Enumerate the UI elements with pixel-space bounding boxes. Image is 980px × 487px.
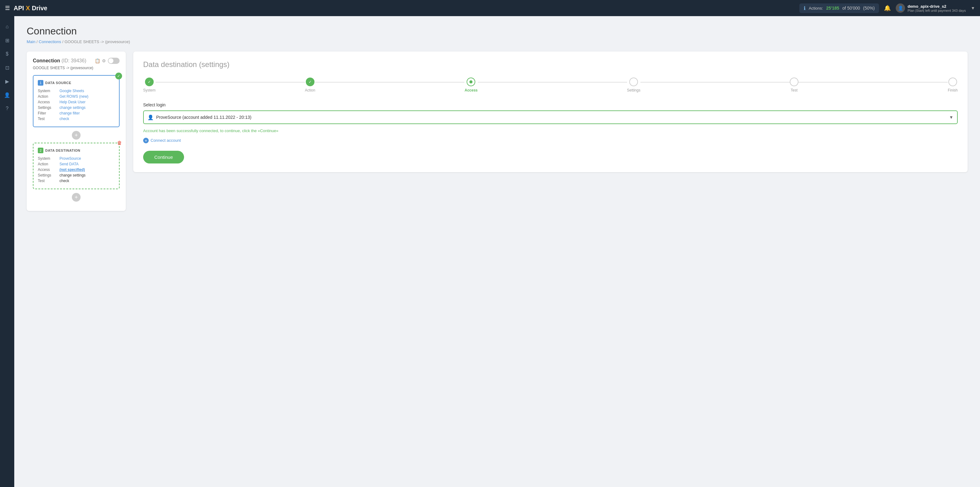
connection-title: Connection (ID: 39436): [33, 58, 86, 64]
row-value-test[interactable]: check: [59, 179, 69, 183]
connection-id: (ID: 39436): [61, 58, 86, 63]
row-key: Action: [38, 94, 59, 99]
list-item: Action Get ROWS (new): [38, 94, 115, 99]
list-item: Settings change settings: [38, 105, 115, 110]
user-info: demo_apix-drive_s2 Plan |Start| left unt…: [907, 4, 966, 13]
logo-api: API: [14, 5, 24, 12]
sidebar-item-home[interactable]: ⌂: [2, 21, 13, 32]
steps-row: ✓ System ✓ Action Access: [143, 78, 958, 93]
user-name: demo_apix-drive_s2: [907, 4, 966, 9]
step-test: Test: [790, 78, 799, 93]
step-system: ✓ System: [143, 78, 156, 93]
step-label-finish: Finish: [948, 88, 958, 93]
step-circle-system: ✓: [145, 78, 154, 86]
toggle-switch[interactable]: [108, 58, 119, 64]
row-value-system[interactable]: Google Sheets: [59, 89, 84, 93]
actions-percent: (50%): [863, 6, 875, 11]
data-destination-box: 🗑 2 DATA DESTINATION System ProveSource …: [33, 143, 119, 189]
step-circle-settings: [629, 78, 638, 86]
info-icon: ℹ: [804, 5, 805, 11]
row-key: System: [38, 89, 59, 93]
row-value-action[interactable]: Get ROWS (new): [59, 94, 88, 99]
row-value-filter[interactable]: change filter: [59, 111, 80, 115]
row-value-system[interactable]: ProveSource: [59, 156, 81, 161]
list-item: System ProveSource: [38, 156, 115, 161]
chevron-down-icon: ▼: [971, 6, 975, 11]
list-item: Filter change filter: [38, 111, 115, 115]
step-circle-test: [790, 78, 799, 86]
sidebar-item-diagram[interactable]: ⊞: [2, 35, 13, 46]
list-item: Test check: [38, 117, 115, 121]
plus-icon[interactable]: +: [72, 131, 81, 140]
row-key: Test: [38, 117, 59, 121]
sidebar-item-billing[interactable]: $: [2, 48, 13, 59]
sidebar-item-profile[interactable]: 👤: [2, 89, 13, 101]
row-value-action[interactable]: Send DATA: [59, 162, 79, 166]
delete-icon[interactable]: 🗑: [117, 140, 122, 146]
logo: APIXDrive: [14, 5, 48, 12]
header-icons: 📋 ⚙: [95, 58, 119, 64]
breadcrumb-current: GOOGLE SHEETS -> (provesource): [64, 39, 130, 44]
breadcrumb-main[interactable]: Main: [27, 39, 35, 44]
row-value-settings[interactable]: change settings: [59, 173, 86, 177]
login-select[interactable]: 👤 ProveSource (account added 11.11.2022 …: [143, 110, 958, 124]
step-settings: Settings: [627, 78, 640, 93]
box-number-1: 1: [38, 80, 43, 86]
connection-subtitle: GOOGLE SHEETS -> (provesource): [33, 66, 119, 70]
connect-account-link[interactable]: + Connect account: [143, 138, 958, 143]
gear-icon[interactable]: ⚙: [102, 58, 106, 63]
row-key: Test: [38, 179, 59, 183]
row-key: System: [38, 156, 59, 161]
add-step-button[interactable]: +: [33, 131, 119, 140]
content-grid: Connection (ID: 39436) 📋 ⚙ GOOGLE SHEETS…: [27, 51, 967, 211]
add-destination-button[interactable]: +: [33, 193, 119, 202]
step-line-2: [315, 82, 465, 83]
actions-label: Actions:: [809, 6, 823, 11]
right-panel: Data destination (settings) ✓ System ✓ A…: [133, 51, 967, 172]
sidebar-item-video[interactable]: ▶: [2, 76, 13, 87]
row-key: Filter: [38, 111, 59, 115]
copy-icon[interactable]: 📋: [95, 58, 100, 63]
breadcrumb-connections[interactable]: Connections: [39, 39, 61, 44]
step-label-access: Access: [465, 88, 477, 93]
step-line-3: [478, 82, 627, 83]
hamburger-icon[interactable]: ☰: [5, 5, 10, 11]
user-menu[interactable]: 👤 demo_apix-drive_s2 Plan |Start| left u…: [896, 3, 975, 13]
actions-counter: ℹ Actions: 25'185 of 50'000 (50%): [799, 3, 879, 13]
step-line-1: [156, 82, 305, 83]
list-item: System Google Sheets: [38, 89, 115, 93]
sidebar-item-help[interactable]: ?: [2, 103, 13, 114]
logo-x: X: [26, 5, 30, 12]
list-item: Access Help Desk User: [38, 100, 115, 104]
step-line-4: [640, 82, 790, 83]
row-value-access[interactable]: (not specified): [59, 168, 85, 172]
data-source-label: DATA SOURCE: [45, 81, 71, 85]
step-access: Access: [465, 78, 477, 93]
row-value-test[interactable]: check: [59, 117, 69, 121]
continue-button[interactable]: Continue: [143, 151, 184, 163]
sidebar-item-briefcase[interactable]: ⊡: [2, 62, 13, 73]
row-value-settings[interactable]: change settings: [59, 105, 86, 110]
page-title: Connection: [27, 26, 967, 37]
row-key: Access: [38, 168, 59, 172]
bell-icon[interactable]: 🔔: [884, 5, 891, 11]
step-label-action: Action: [305, 88, 315, 93]
main-content: Connection Main / Connections / GOOGLE S…: [14, 16, 980, 487]
row-value-access[interactable]: Help Desk User: [59, 100, 86, 104]
data-destination-label: DATA DESTINATION: [45, 148, 80, 152]
data-source-box: ✓ 1 DATA SOURCE System Google Sheets Act…: [33, 75, 119, 127]
data-destination-rows: System ProveSource Action Send DATA Acce…: [38, 156, 115, 183]
section-title-sub: (settings): [199, 60, 229, 69]
row-key: Action: [38, 162, 59, 166]
sidebar: ⌂ ⊞ $ ⊡ ▶ 👤 ?: [0, 16, 14, 487]
list-item: Settings change settings: [38, 173, 115, 177]
actions-used: 25'185: [826, 6, 839, 11]
step-label-test: Test: [791, 88, 797, 93]
breadcrumb: Main / Connections / GOOGLE SHEETS -> (p…: [27, 39, 967, 44]
list-item: Access (not specified): [38, 168, 115, 172]
plus-icon[interactable]: +: [72, 193, 81, 202]
chevron-down-icon: ▼: [949, 115, 953, 120]
account-icon: 👤: [148, 115, 154, 120]
user-plan: Plan |Start| left until payment 343 days: [907, 9, 966, 13]
data-source-rows: System Google Sheets Action Get ROWS (ne…: [38, 89, 115, 121]
